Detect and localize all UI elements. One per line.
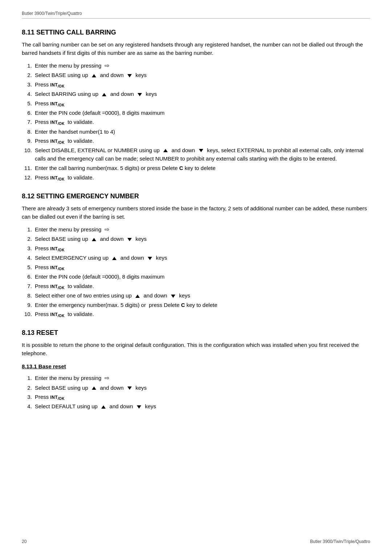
list-item: Press INT/OK [33,244,370,253]
footer-page-number: 20 [22,539,26,544]
menu-icon: ⇨ [105,62,109,69]
list-item: Select BASE using up and down keys [33,70,370,80]
list-item: Press INT/OK [33,392,370,402]
list-item: Press INT/OK to validate. [33,117,370,127]
arrow-down-icon [148,257,152,260]
list-item: Enter the menu by pressing ⇨ [33,373,370,383]
arrow-up-icon [135,295,140,298]
list-item: Press INT/OK [33,99,370,108]
list-item: Press INT/OK to validate. [33,281,370,291]
int-ok-label: INT/OK [50,101,65,106]
arrow-down-icon [127,386,132,390]
int-ok-label: INT/OK [50,82,65,88]
arrow-down-icon [137,405,141,409]
list-item: Press INT/OK to validate. [33,309,370,319]
int-ok-label: INT/OK [50,395,65,400]
arrow-up-icon [101,405,106,409]
list-item: Enter the emergency number(max. 5 digits… [33,300,370,310]
page: Butler 3900/Twin/Triple/Quattro 8.11 SET… [0,0,392,555]
int-ok-label: INT/OK [50,246,65,251]
section-813-heading: 8.13 RESET [22,329,370,337]
arrow-up-icon [92,238,96,241]
list-item: Press INT/OK [33,263,370,272]
list-item: Enter the call barring number(max. 5 dig… [33,163,370,173]
list-item: Select EMERGENCY using up and down keys [33,253,370,263]
arrow-down-icon [127,74,132,77]
int-ok-label: INT/OK [50,175,65,181]
list-item: Press INT/OK [33,80,370,89]
arrow-up-icon [92,386,96,390]
section-812-steps: Enter the menu by pressing ⇨ Select BASE… [33,224,370,319]
list-item: Enter the handset number(1 to 4) [33,127,370,137]
int-ok-label: INT/OK [50,265,65,270]
menu-icon: ⇨ [105,226,109,232]
header-text: Butler 3900/Twin/Triple/Quattro [22,11,82,16]
list-item: Enter the PIN code (default =0000), 8 di… [33,108,370,118]
list-item: Select BASE using up and down keys [33,383,370,393]
arrow-down-icon [127,238,132,241]
arrow-down-icon [171,295,175,298]
int-ok-label: INT/OK [50,284,65,289]
list-item: Select BASE using up and down keys [33,234,370,244]
int-ok-label: INT/OK [50,312,65,317]
section-811-steps: Enter the menu by pressing ⇨ Select BASE… [33,61,370,182]
section-811-intro: The call barring number can be set on an… [22,41,370,57]
int-ok-label: INT/OK [50,120,65,125]
arrow-down-icon [138,93,142,96]
list-item: Select BARRING using up and down keys [33,89,370,99]
arrow-up-icon [102,93,106,96]
list-item: Select DISABLE, EXTERNAL or NUMBER using… [33,146,370,163]
delete-c-label: C [179,165,183,171]
section-811-heading: 8.11 SETTING CALL BARRING [22,29,370,36]
list-item: Enter the PIN code (default =0000), 8 di… [33,272,370,281]
arrow-down-icon [199,149,203,152]
delete-c-label: C [181,302,185,308]
list-item: Enter the menu by pressing ⇨ [33,61,370,70]
list-item: Press INT/OK to validate. [33,173,370,182]
arrow-up-icon [163,149,168,152]
section-813-steps: Enter the menu by pressing ⇨ Select BASE… [33,373,370,411]
footer-brand: Butler 3900/Twin/Triple/Quattro [310,539,370,544]
section-812-heading: 8.12 SETTING EMERGENCY NUMBER [22,193,370,200]
arrow-up-icon [112,257,117,260]
menu-icon: ⇨ [105,375,109,381]
list-item: Enter the menu by pressing ⇨ [33,224,370,234]
int-ok-label: INT/OK [50,139,65,144]
section-813-intro: It is possible to return the phone to th… [22,341,370,357]
list-item: Select either one of two entries using u… [33,291,370,300]
header-bar: Butler 3900/Twin/Triple/Quattro [22,11,370,19]
list-item: Press INT/OK to validate. [33,136,370,146]
section-812-intro: There are already 3 sets of emergency nu… [22,204,370,221]
section-8131-heading: 8.13.1 Base reset [22,363,370,369]
list-item: Select DEFAULT using up and down keys [33,402,370,411]
arrow-up-icon [92,74,96,77]
footer-bar: 20 Butler 3900/Twin/Triple/Quattro [22,539,370,544]
